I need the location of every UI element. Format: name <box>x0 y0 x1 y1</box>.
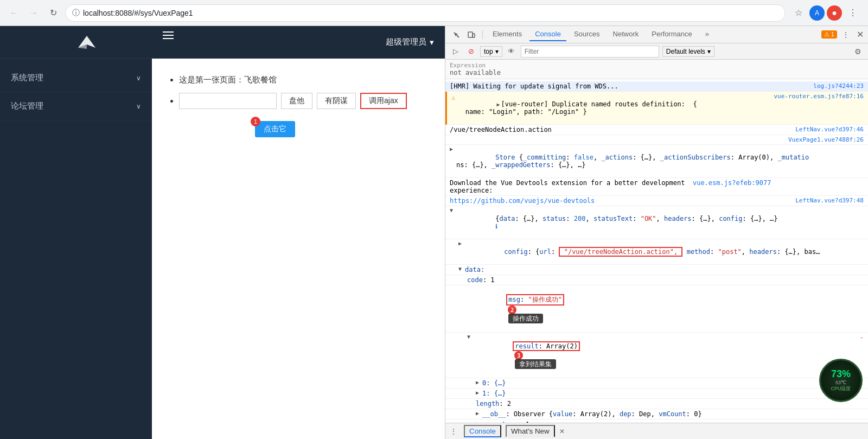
console-line-3: /vue/treeNodeAction.action LeftNav.vue?d… <box>445 125 868 135</box>
devtools-link[interactable]: vue.esm.js?efeb:9077 <box>693 179 771 187</box>
expand-icon[interactable]: ▼ <box>450 207 453 213</box>
tab-sources[interactable]: Sources <box>569 28 605 41</box>
content-area: 这是第一张页面：飞歌餐馆 盘他 有阴谋 调用ajax 1 点击它 <box>152 59 445 439</box>
expand-icon[interactable]: ▶ <box>450 146 453 152</box>
forward-button[interactable]: → <box>26 5 41 21</box>
url-text: localhost:8088/#/sys/VuexPage1 <box>83 9 778 17</box>
console-text: code: 1 <box>467 276 864 284</box>
yin-mou-button[interactable]: 有阴谋 <box>317 93 356 109</box>
console-text: __proto__: Array <box>482 421 864 423</box>
lock-icon: ⓘ <box>72 8 80 18</box>
expression-area: Expression not available <box>445 60 868 79</box>
console-eye-button[interactable]: 👁 <box>506 46 518 58</box>
console-source-link[interactable]: vue-router.esm.js?fe87:16 <box>774 93 864 100</box>
device-toolbar-button[interactable] <box>465 28 478 41</box>
console-clear-button[interactable]: ⊘ <box>465 46 477 58</box>
console-line-response: ▼ {data: {…}, status: 200, statusText: "… <box>445 206 868 239</box>
bottom-tab-whatsnew[interactable]: What's New <box>506 425 555 437</box>
profile-button[interactable]: A <box>809 5 825 21</box>
console-line-r0: ▶ 0: {…} <box>445 378 868 389</box>
perf-widget: 73% 53℃ CPU温度 <box>819 359 863 402</box>
main-layout: 超级管理员 ▾ 系统管理 ∨ 论坛管理 ∨ 这是第 <box>0 26 868 439</box>
browser-actions: ☆ A ● ⋮ <box>790 4 861 22</box>
console-line-result: ▼ result: Array(2) 3 拿到结果集 - <box>445 333 868 378</box>
console-source-link[interactable]: LeftNav.vue?d397:46 <box>795 126 864 133</box>
dash-indicator: - <box>860 334 864 341</box>
sidebar: 系统管理 ∨ 论坛管理 ∨ <box>0 59 152 439</box>
console-line-length: length: 2 <box>445 399 868 409</box>
console-source-link[interactable]: LeftNav.vue?d397:48 <box>795 197 864 204</box>
console-source-link[interactable]: log.js?4244:23 <box>813 82 864 90</box>
console-line-config: ▶ config: {url: "/vue/treeNodeAction.act… <box>445 239 868 265</box>
content-title: 这是第一张页面：飞歌餐馆 <box>179 75 277 84</box>
console-line-store: ▶ Store {_committing: false, _actions: {… <box>445 145 868 178</box>
github-link[interactable]: https://github.com/vuejs/vue-devtools <box>450 197 595 205</box>
expand-icon[interactable]: ▶ <box>458 240 462 246</box>
back-button[interactable]: ← <box>7 5 22 21</box>
tab-performance[interactable]: Performance <box>646 28 697 41</box>
pan-ta-button[interactable]: 盘他 <box>281 93 312 109</box>
tab-console[interactable]: Console <box>529 28 566 41</box>
console-line-data-key: ▼ data: <box>445 265 868 275</box>
menu-button[interactable]: ⋮ <box>844 4 861 22</box>
extension-button[interactable]: ● <box>827 5 842 21</box>
ajax-button[interactable]: 调用ajax <box>360 93 407 109</box>
username: 超级管理员 <box>386 37 426 47</box>
reload-button[interactable]: ↻ <box>46 5 61 21</box>
text-input[interactable] <box>179 93 277 109</box>
perf-percent: 73% <box>831 368 851 380</box>
sidebar-item-forum[interactable]: 论坛管理 ∨ <box>0 92 152 120</box>
hamburger-button[interactable] <box>163 31 174 39</box>
default-levels-selector[interactable]: Default levels ▾ <box>662 46 714 57</box>
console-text: data: <box>465 266 484 273</box>
context-selector[interactable]: top ▾ <box>480 46 502 57</box>
bottom-tab-console[interactable]: Console <box>464 425 501 437</box>
console-line-ob: ▶ __ob__: Observer {value: Array(2), dep… <box>445 409 868 419</box>
console-line-download: Download the Vue Devtools extension for … <box>445 178 868 196</box>
user-info: 超级管理员 ▾ <box>386 37 434 47</box>
sidebar-item-sysadmin[interactable]: 系统管理 ∨ <box>0 64 152 92</box>
tab-more[interactable]: » <box>700 28 714 41</box>
list-item-controls: 盘他 有阴谋 调用ajax 1 点击它 <box>179 93 429 137</box>
list-item-title: 这是第一张页面：飞歌餐馆 <box>179 75 429 85</box>
user-arrow: ▾ <box>430 37 434 47</box>
logo-icon <box>76 31 98 53</box>
expand-icon[interactable]: ▼ <box>458 266 462 272</box>
devtools-panel: Elements Console Sources Network Perform… <box>445 26 868 439</box>
console-text: __ob__: Observer {value: Array(2), dep: … <box>482 410 864 418</box>
warning-icon: ⚠ <box>451 94 455 101</box>
expand-icon[interactable]: ▼ <box>467 334 470 340</box>
svg-rect-3 <box>468 32 473 37</box>
svg-rect-4 <box>473 34 475 37</box>
perf-temp: 53℃ <box>835 380 846 385</box>
annotation-badge-2: 2 <box>508 306 516 314</box>
console-line-proto-array: ▶ __proto__: Array <box>445 419 868 423</box>
annotation-label-3: 拿到结果集 <box>515 359 556 369</box>
console-line-hmr: [HMR] Waiting for update signal from WDS… <box>445 81 868 92</box>
star-button[interactable]: ☆ <box>790 4 807 22</box>
console-text: length: 2 <box>476 400 864 408</box>
console-expand-button[interactable]: ▷ <box>450 46 462 58</box>
close-whatsnew-button[interactable]: ✕ <box>559 428 565 435</box>
console-output[interactable]: [HMR] Waiting for update signal from WDS… <box>445 79 868 423</box>
close-devtools-button[interactable]: ✕ <box>857 29 864 40</box>
console-source-link[interactable]: VuexPage1.vue?488f:26 <box>788 136 864 143</box>
devtools-menu-button[interactable]: ⋮ <box>839 28 852 41</box>
console-filter-input[interactable] <box>521 46 659 58</box>
console-settings-button[interactable]: ⚙ <box>852 46 864 58</box>
console-text: {data: {…}, status: 200, statusText: "OK… <box>456 207 864 238</box>
console-line-r1: ▶ 1: {…} <box>445 389 868 399</box>
tab-network[interactable]: Network <box>608 28 644 41</box>
console-line-warning: ⚠ ▶[vue-router] Duplicate named routes d… <box>445 92 868 125</box>
chevron-down-icon: ∨ <box>136 74 141 82</box>
sidebar-item-label: 系统管理 <box>11 73 43 83</box>
tab-elements[interactable]: Elements <box>487 28 527 41</box>
warning-badge: ⚠ 1 <box>821 30 837 39</box>
console-toolbar: ▷ ⊘ top ▾ 👁 Default levels ▾ ⚙ <box>445 43 868 60</box>
inspect-element-button[interactable] <box>450 28 463 41</box>
devtools-bottom-bar: ⋮ Console What's New ✕ <box>445 423 868 439</box>
console-text: ▶[vue-router] Duplicate named routes def… <box>457 93 771 123</box>
annotation-badge-3: 3 <box>514 351 523 360</box>
click-button[interactable]: 1 点击它 <box>255 121 295 137</box>
sidebar-item-label: 论坛管理 <box>11 101 43 111</box>
